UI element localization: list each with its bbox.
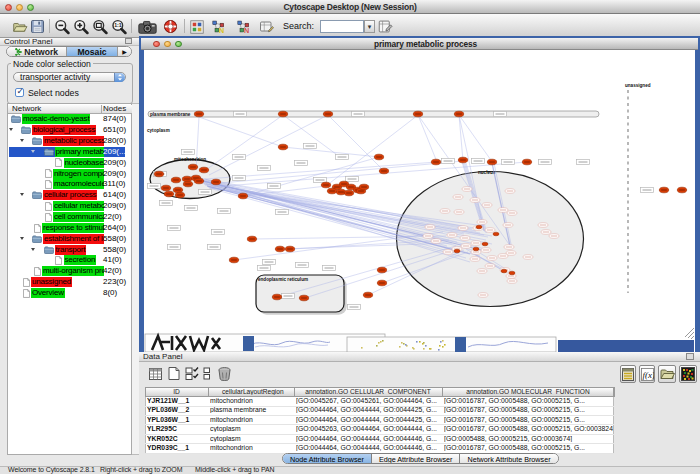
svg-text:N: N [219,26,224,34]
svg-text:plasma membrane: plasma membrane [150,112,191,117]
svg-text:mitochondrion: mitochondrion [174,157,206,162]
svg-text:1:1: 1:1 [114,22,122,28]
svg-text:N: N [244,26,249,34]
svg-text:unassigned: unassigned [625,83,651,88]
svg-text:endoplasmic reticulum: endoplasmic reticulum [258,277,308,282]
svg-text:f(x): f(x) [642,369,654,379]
svg-text:cytoplasm: cytoplasm [147,128,170,133]
